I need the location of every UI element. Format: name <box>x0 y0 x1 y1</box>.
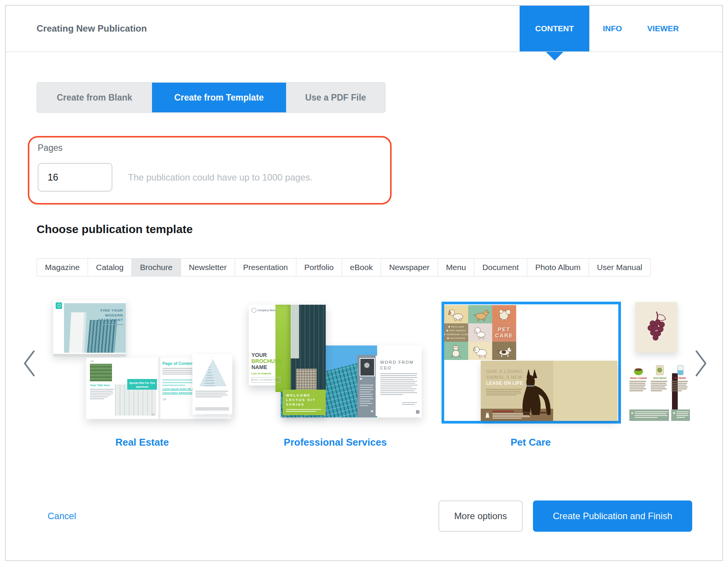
pet-grid: PETS CARE PETS FEEDING VETERINARY CLINIC… <box>444 305 516 360</box>
tip-block <box>671 409 690 421</box>
template-label-pet-care[interactable]: Pet Care <box>510 436 551 448</box>
dog-illustration-icon <box>448 343 465 359</box>
paw-icon <box>631 412 633 414</box>
category-newspaper[interactable]: Newspaper <box>381 258 438 277</box>
choose-template-heading: Choose publication template <box>37 223 193 236</box>
category-ebook[interactable]: eBook <box>342 258 381 277</box>
company-logo-icon <box>251 308 256 313</box>
category-catalog[interactable]: Catalog <box>88 258 132 277</box>
dog-illustration-icon <box>496 307 513 322</box>
pet-care-badge: PET CARE <box>492 323 516 342</box>
tab-content[interactable]: CONTENT <box>520 6 589 51</box>
create-publication-dialog: Creating New Publication CONTENT INFO VI… <box>0 0 728 566</box>
service-bullet-icon <box>446 330 448 331</box>
tab-create-from-blank[interactable]: Create from Blank <box>37 83 152 112</box>
category-menu[interactable]: Menu <box>438 258 475 277</box>
category-portfolio[interactable]: Portfolio <box>296 258 342 277</box>
template-partial-next <box>635 302 677 353</box>
grapes-illustration-icon <box>644 310 669 345</box>
real-estate-logo-icon <box>56 302 62 309</box>
create-publication-button[interactable]: Create Publication and Finish <box>533 500 692 532</box>
category-photo-album[interactable]: Photo Album <box>527 258 589 277</box>
pet-care-spread: GIVE A LOVING ANIMAL A NEW LEASE ON LIFE <box>481 361 618 421</box>
pages-label: Pages <box>38 143 62 153</box>
header-divider <box>6 51 722 52</box>
category-presentation[interactable]: Presentation <box>235 258 296 277</box>
tab-info[interactable]: INFO <box>594 6 630 51</box>
source-type-tabs: Create from Blank Create from Template U… <box>37 82 386 113</box>
pages-hint: The publication could have up to 1000 pa… <box>128 172 312 183</box>
pet-spread-right-page: Home Cooked Semi-Moist Pet Bottle <box>553 361 618 421</box>
professional-back-page <box>192 354 232 414</box>
ceo-portrait-photo <box>360 358 375 376</box>
category-tabs: Magazine Catalog Brochure Newsletter Pre… <box>37 258 651 277</box>
dog-silhouette-icon <box>485 411 490 418</box>
carousel-previous-button[interactable] <box>21 349 38 378</box>
tip-block <box>629 409 669 421</box>
food-bowl-icon <box>634 370 643 375</box>
tab-create-from-template[interactable]: Create from Template <box>152 83 286 112</box>
dog-illustration-icon <box>472 325 489 340</box>
paw-icon <box>673 412 675 414</box>
more-options-button[interactable]: More options <box>438 500 523 532</box>
category-document[interactable]: Document <box>474 258 527 277</box>
category-brochure[interactable]: Brochure <box>131 258 181 277</box>
doberman-photo <box>517 364 552 420</box>
page-title: Creating New Publication <box>37 23 147 34</box>
real-estate-cover-photo: FIND YOUR MODERN APARTMENT <box>64 303 126 353</box>
real-estate-cover-page: FIND YOUR MODERN APARTMENT <box>53 300 126 355</box>
category-newsletter[interactable]: Newsletter <box>181 258 235 277</box>
chevron-left-icon <box>21 349 38 378</box>
water-bottle-icon <box>677 365 683 375</box>
dog-illustration-icon <box>471 343 490 358</box>
pet-services-list: PETS CARE PETS FEEDING VETERINARY CLINIC… <box>444 323 468 342</box>
quote-sidebar: ❝ ❞ <box>357 355 376 417</box>
tab-viewer[interactable]: VIEWER <box>639 6 687 51</box>
professional-cover-page: Company Name YOUR BROCHURE NAME Leo in m… <box>249 305 326 385</box>
tab-use-pdf-file[interactable]: Use a PDF File <box>286 83 385 112</box>
dog-illustration-icon <box>495 343 514 358</box>
page-stack-edge <box>53 354 126 357</box>
green-building-photo <box>90 364 112 381</box>
pages-count-input[interactable] <box>38 163 112 192</box>
chevron-right-icon <box>693 349 709 378</box>
service-bullet-icon <box>448 326 450 328</box>
category-user-manual[interactable]: User Manual <box>589 258 651 277</box>
content-tab-pointer-icon <box>546 52 563 61</box>
cancel-link[interactable]: Cancel <box>48 511 76 521</box>
service-bullet-icon <box>444 334 445 335</box>
dog-illustration-icon <box>471 307 490 322</box>
pet-food-bag-icon <box>656 365 664 375</box>
carousel-next-button[interactable] <box>693 349 709 378</box>
service-bullet-icon <box>447 337 449 339</box>
template-label-real-estate[interactable]: Real Estate <box>115 436 169 448</box>
ceo-page: WORD FROM CEO <box>376 356 422 416</box>
welcome-block: WELCOME LECTUS SIT VARIUS <box>283 390 326 415</box>
template-label-professional-services[interactable]: Professional Services <box>284 436 387 448</box>
category-magazine[interactable]: Magazine <box>37 258 88 277</box>
city-photo <box>291 305 326 392</box>
dog-illustration-icon <box>447 307 466 322</box>
